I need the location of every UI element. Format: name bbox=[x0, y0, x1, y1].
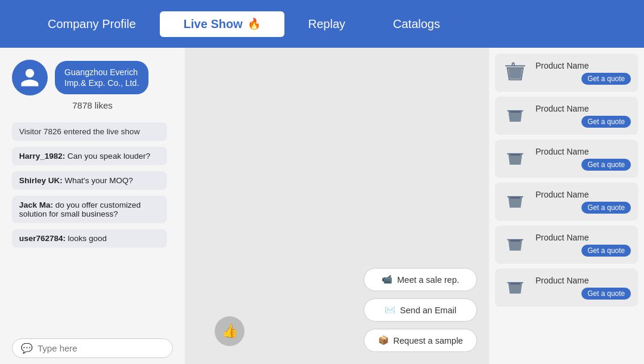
products-panel: Product Name Get a quote Product Name Ge… bbox=[489, 48, 644, 364]
product-info-4: Product Name Get a quote bbox=[535, 190, 631, 214]
video-panel: 👍 📹 Meet a sale rep. ✉️ Send an Email 📦 … bbox=[185, 48, 489, 364]
top-navigation: Company Profile Live Show 🔥 Replay Catal… bbox=[0, 0, 644, 48]
quote-button-5[interactable]: Get a quote bbox=[581, 245, 631, 257]
nav-replay[interactable]: Replay bbox=[284, 11, 369, 37]
product-info-5: Product Name Get a quote bbox=[535, 233, 631, 257]
request-sample-label: Request a sample bbox=[394, 336, 463, 346]
quote-button-1[interactable]: Get a quote bbox=[581, 73, 631, 85]
quote-button-2[interactable]: Get a quote bbox=[581, 116, 631, 128]
left-panel: Guangzhou EverichImp.& Exp. Co., Ltd. 78… bbox=[0, 48, 185, 364]
chat-message-2: Harry_1982: Can you speak louder? bbox=[12, 147, 167, 165]
product-name-3: Product Name bbox=[535, 147, 631, 156]
quote-button-6[interactable]: Get a quote bbox=[581, 288, 631, 300]
request-sample-button[interactable]: 📦 Request a sample bbox=[364, 329, 477, 352]
thumbs-up-icon: 👍 bbox=[222, 323, 238, 339]
likes-count: 7878 likes bbox=[12, 100, 173, 110]
quote-button-4[interactable]: Get a quote bbox=[581, 202, 631, 214]
product-card-6: Product Name Get a quote bbox=[495, 269, 638, 307]
chat-message-text: Visitor 7826 entered the live show bbox=[19, 127, 140, 136]
meet-sale-rep-label: Meet a sale rep. bbox=[397, 275, 459, 285]
user-icon bbox=[19, 67, 41, 88]
avatar bbox=[12, 60, 48, 95]
action-buttons: 📹 Meet a sale rep. ✉️ Send an Email 📦 Re… bbox=[364, 268, 477, 352]
product-card-4: Product Name Get a quote bbox=[495, 183, 638, 221]
product-icon-6 bbox=[502, 274, 528, 301]
chat-text: What's your MOQ? bbox=[65, 176, 133, 185]
product-name-2: Product Name bbox=[535, 104, 631, 113]
chat-input[interactable] bbox=[38, 343, 164, 353]
email-icon: ✉️ bbox=[385, 305, 395, 315]
product-icon-3 bbox=[502, 146, 528, 172]
product-icon-4 bbox=[502, 189, 528, 215]
nav-live-show[interactable]: Live Show 🔥 bbox=[160, 11, 284, 37]
product-card-1: Product Name Get a quote bbox=[495, 54, 638, 92]
product-name-1: Product Name bbox=[535, 61, 631, 70]
fire-icon: 🔥 bbox=[247, 17, 261, 30]
nav-company-profile[interactable]: Company Profile bbox=[24, 11, 160, 37]
send-email-button[interactable]: ✉️ Send an Email bbox=[364, 298, 477, 322]
thumbs-up-button[interactable]: 👍 bbox=[215, 316, 244, 346]
product-info-1: Product Name Get a quote bbox=[535, 61, 631, 85]
chat-message-3: Shirley UK: What's your MOQ? bbox=[12, 171, 167, 190]
product-icon-1 bbox=[502, 60, 528, 86]
product-card-3: Product Name Get a quote bbox=[495, 140, 638, 178]
chat-message-4: Jack Ma: do you offer customized solutio… bbox=[12, 196, 167, 223]
main-content: Guangzhou EverichImp.& Exp. Co., Ltd. 78… bbox=[0, 48, 644, 364]
product-name-6: Product Name bbox=[535, 276, 631, 285]
chat-username: user762784: bbox=[19, 234, 66, 243]
chat-input-row: 💬 bbox=[12, 338, 173, 358]
product-name-5: Product Name bbox=[535, 233, 631, 242]
product-card-5: Product Name Get a quote bbox=[495, 226, 638, 264]
company-name: Guangzhou EverichImp.& Exp. Co., Ltd. bbox=[55, 61, 148, 94]
chat-messages: Visitor 7826 entered the live show Harry… bbox=[12, 122, 173, 332]
chat-message-5: user762784: looks good bbox=[12, 229, 167, 248]
meet-sale-rep-button[interactable]: 📹 Meet a sale rep. bbox=[364, 268, 477, 291]
nav-catalogs[interactable]: Catalogs bbox=[369, 11, 464, 37]
company-card: Guangzhou EverichImp.& Exp. Co., Ltd. bbox=[12, 60, 173, 95]
quote-button-3[interactable]: Get a quote bbox=[581, 159, 631, 171]
product-info-3: Product Name Get a quote bbox=[535, 147, 631, 171]
live-show-label: Live Show bbox=[184, 17, 243, 31]
chat-text: Can you speak louder? bbox=[67, 152, 150, 161]
chat-bubble-icon: 💬 bbox=[21, 343, 33, 354]
camera-icon: 📹 bbox=[382, 274, 392, 285]
product-icon-2 bbox=[502, 103, 528, 129]
product-card-2: Product Name Get a quote bbox=[495, 97, 638, 135]
product-name-4: Product Name bbox=[535, 190, 631, 199]
product-info-6: Product Name Get a quote bbox=[535, 276, 631, 300]
sample-icon: 📦 bbox=[378, 335, 389, 346]
chat-username: Jack Ma: bbox=[19, 200, 53, 209]
chat-message-1: Visitor 7826 entered the live show bbox=[12, 122, 167, 141]
chat-username: Harry_1982: bbox=[19, 152, 65, 161]
send-email-label: Send an Email bbox=[400, 306, 456, 315]
product-info-2: Product Name Get a quote bbox=[535, 104, 631, 128]
chat-text: looks good bbox=[68, 234, 107, 243]
product-icon-5 bbox=[502, 232, 528, 258]
chat-username: Shirley UK: bbox=[19, 176, 63, 185]
